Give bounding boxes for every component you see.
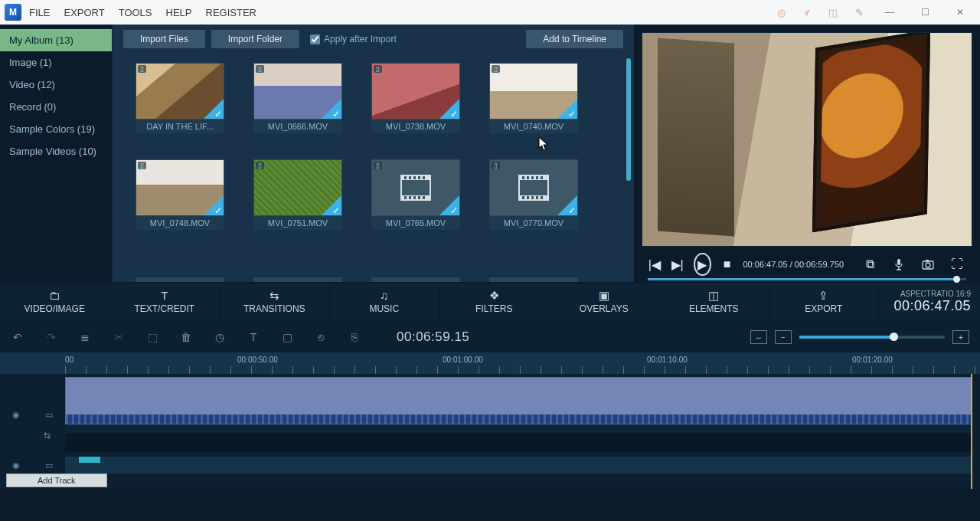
tab-video-image[interactable]: 🗀VIDEO/IMAGE	[0, 283, 110, 321]
tab-text-credit[interactable]: TTEXT/CREDIT	[110, 283, 220, 321]
preview-controls: |◀ ▶| ▶ ■ 00:06:47.05 / 00:06:59.750 ⧉ ⛶	[642, 247, 972, 282]
undo-button[interactable]: ↶	[11, 331, 24, 343]
apply-after-checkbox[interactable]	[310, 34, 320, 44]
media-thumb-label: MVI_0666.MOV	[253, 120, 342, 133]
clip-badge: ▯	[492, 162, 500, 169]
timeline-ruler[interactable]: 0000:00:50.0000:01:00.0000:01:10.0000:01…	[0, 352, 980, 374]
marker-icon[interactable]: ⬚	[145, 331, 159, 343]
svg-rect-4	[409, 176, 411, 179]
zoom-out-button[interactable]: −	[775, 330, 792, 344]
app-logo: M	[5, 4, 21, 21]
text-icon: T	[161, 290, 168, 301]
edit-note-icon[interactable]: ✎	[853, 6, 865, 18]
svg-rect-18	[531, 176, 534, 179]
media-scrollbar[interactable]	[626, 58, 631, 181]
add-track-button[interactable]: Add Track	[6, 473, 107, 487]
transition-track-icon[interactable]: ⇆	[44, 431, 51, 441]
apply-after-label: Apply after Import	[324, 34, 397, 44]
preview-screen[interactable]	[642, 32, 972, 247]
svg-rect-10	[413, 196, 416, 199]
redo-button[interactable]: ↷	[44, 331, 58, 343]
media-thumb[interactable]: ▯MVI_0751.MOV	[253, 159, 342, 230]
video-track-icon[interactable]: ▭	[45, 410, 53, 420]
media-thumb[interactable]: ▯MVI_0666.MOV	[253, 63, 342, 133]
media-thumb[interactable]: ▯DAY IN THE LIF...	[136, 63, 224, 133]
selected-check-icon	[439, 99, 459, 119]
transition-icon: ⇆	[270, 290, 279, 301]
transition-track-lane[interactable]	[65, 424, 972, 434]
stop-button[interactable]: ■	[720, 255, 734, 274]
microphone-icon[interactable]	[890, 255, 908, 274]
menu-register[interactable]: REGISTER	[206, 7, 256, 18]
tab-export[interactable]: ⇪EXPORT	[769, 283, 880, 321]
snapshot-crop-icon[interactable]: ⧉	[861, 255, 879, 274]
menu-export[interactable]: EXPORT	[64, 7, 104, 18]
video-clip[interactable]	[65, 377, 972, 424]
fit-zoom-button[interactable]: ↔	[750, 330, 767, 344]
svg-rect-11	[418, 196, 420, 199]
svg-rect-9	[409, 196, 411, 199]
add-to-timeline-button[interactable]: Add to Timeline	[526, 30, 623, 48]
text-tool-icon[interactable]: T	[247, 331, 260, 343]
playhead[interactable]	[971, 374, 972, 489]
media-thumb-label: MVI_0738.MOV	[371, 120, 460, 133]
aux-track-lane[interactable]	[65, 457, 972, 473]
sidebar-item-sample-videos[interactable]: Sample Videos (10)	[0, 140, 112, 162]
preview-time: 00:06:47.05 / 00:06:59.750	[743, 260, 844, 269]
sidebar-item-video[interactable]: Video (12)	[0, 74, 112, 96]
svg-rect-12	[423, 196, 425, 199]
camera-icon[interactable]	[919, 255, 937, 274]
tab-transitions[interactable]: ⇆TRANSITIONS	[220, 283, 330, 321]
male-symbol-icon[interactable]: ♂	[801, 6, 813, 18]
window-close[interactable]: ✕	[949, 7, 971, 18]
delete-icon[interactable]: 🗑	[179, 331, 193, 343]
tab-elements[interactable]: ◫ELEMENTS	[659, 283, 769, 321]
track-visibility-toggle[interactable]: ◉	[12, 410, 20, 420]
window-maximize[interactable]: ☐	[914, 7, 936, 18]
menu-help[interactable]: HELP	[166, 7, 192, 18]
zoom-slider[interactable]	[799, 336, 945, 339]
list-icon[interactable]: ≣	[78, 331, 92, 343]
clock-icon[interactable]: ◷	[213, 331, 227, 343]
tab-overlays[interactable]: ▣OVERLAYS	[550, 283, 660, 321]
media-thumb-label: DAY IN THE LIF...	[136, 120, 224, 133]
import-folder-button[interactable]: Import Folder	[211, 30, 299, 48]
zoom-in-button[interactable]: +	[952, 330, 969, 344]
next-frame-button[interactable]: ▶|	[671, 255, 684, 274]
tab-music[interactable]: ♫MUSIC	[330, 283, 440, 321]
detach-icon[interactable]: ⎋	[314, 331, 328, 343]
apply-after-import-check[interactable]: Apply after Import	[310, 34, 397, 44]
menu-file[interactable]: FILE	[29, 7, 50, 18]
link-icon[interactable]: ⎘	[348, 331, 361, 343]
play-button[interactable]: ▶	[694, 253, 711, 276]
cut-icon[interactable]: ✂	[112, 331, 126, 343]
tab-filters[interactable]: ❖FILTERS	[439, 283, 550, 321]
badge-icon[interactable]: ◎	[775, 6, 787, 18]
sidebar-item-my-album[interactable]: My Album (13)	[0, 29, 112, 51]
filter-icon: ❖	[489, 290, 499, 301]
aux-visibility-toggle[interactable]: ◉	[12, 460, 20, 470]
svg-rect-22	[527, 196, 529, 199]
clip-badge: ▯	[256, 65, 264, 73]
sidebar-item-sample-colors[interactable]: Sample Colors (19)	[0, 118, 112, 140]
preview-seekbar[interactable]	[648, 278, 966, 280]
crop-tool-icon[interactable]: ▢	[280, 331, 294, 343]
import-files-button[interactable]: Import Files	[123, 30, 205, 48]
fullscreen-icon[interactable]: ⛶	[948, 255, 966, 274]
empty-track-lane[interactable]	[65, 434, 972, 452]
media-thumb[interactable]: ▯MVI_0740.MOV	[489, 63, 578, 133]
aux-track-icon[interactable]: ▭	[45, 460, 53, 470]
layout-icon[interactable]: ◫	[827, 6, 839, 18]
media-thumb[interactable]: ▯MVI_0765.MOV	[371, 159, 460, 230]
media-thumb[interactable]: ▯MVI_0738.MOV	[371, 63, 460, 133]
menu-tools[interactable]: TOOLS	[119, 7, 152, 18]
svg-rect-5	[413, 176, 416, 179]
media-thumb[interactable]: ▯MVI_0770.MOV	[489, 159, 578, 230]
svg-rect-20	[541, 176, 543, 179]
prev-frame-button[interactable]: |◀	[648, 255, 662, 274]
window-minimize[interactable]: —	[879, 7, 900, 18]
video-track-lane[interactable]	[65, 377, 972, 424]
sidebar-item-record[interactable]: Record (0)	[0, 96, 112, 118]
media-thumb[interactable]: ▯MVI_0748.MOV	[136, 159, 224, 230]
sidebar-item-image[interactable]: Image (1)	[0, 51, 112, 74]
